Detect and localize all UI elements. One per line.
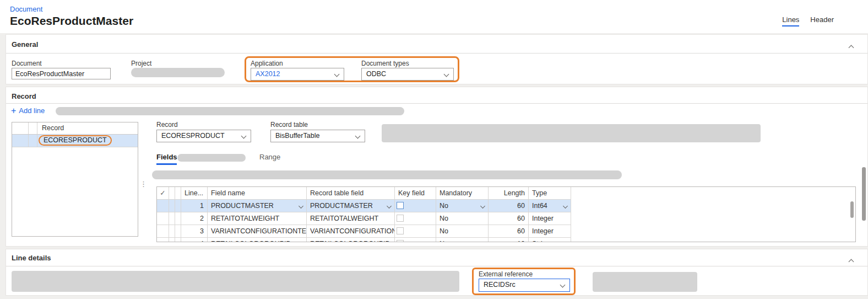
record-grid-cell [29, 135, 37, 147]
line-number-cell: 4 [181, 238, 208, 242]
record-dropdown[interactable]: ECORESPRODUCT [156, 130, 251, 142]
select-all-checkmark-icon[interactable]: ✓ [157, 187, 169, 199]
tab-placeholder [177, 154, 246, 162]
document-field-input[interactable] [12, 68, 111, 79]
page-scrollbar-thumb[interactable] [862, 167, 866, 221]
row-cell [175, 225, 181, 237]
row-select-cell[interactable] [157, 238, 169, 242]
field-name-cell[interactable]: RETAITOTALWEIGHT [208, 212, 307, 225]
document-types-dropdown[interactable]: ODBC [361, 68, 454, 81]
mandatory-cell[interactable]: No [436, 238, 489, 242]
column-header-length[interactable]: Length [489, 187, 529, 199]
fields-grid-header-cell [169, 187, 175, 199]
record-row-value: ECORESPRODUCT [44, 136, 107, 144]
table-row[interactable]: 3 VARIANTCONFIGURATIONTE... VARIANTCONFI… [157, 225, 571, 238]
row-select-cell[interactable] [157, 225, 169, 237]
column-header-key-field[interactable]: Key field [395, 187, 436, 199]
chevron-down-icon [299, 204, 303, 209]
record-value: ECORESPRODUCT [161, 132, 225, 140]
record-table-field-cell[interactable]: PRODUCTMASTER [307, 200, 395, 212]
splitter-handle-icon[interactable]: ⋮ [140, 180, 147, 188]
row-cell [169, 238, 175, 242]
column-header-line[interactable]: Line... [181, 187, 208, 199]
mandatory-cell[interactable]: No [436, 225, 489, 237]
column-header-mandatory[interactable]: Mandatory [436, 187, 489, 199]
application-field-label: Application [251, 60, 283, 67]
field-name-cell[interactable]: RETAILCOLORGROUPID [208, 238, 307, 242]
type-cell[interactable]: Integer [529, 212, 571, 225]
column-header-field-name[interactable]: Field name [208, 187, 307, 199]
record-grid-cell [12, 135, 29, 147]
record-table-dropdown[interactable]: BisBufferTable [270, 130, 365, 142]
row-cell [169, 212, 175, 225]
record-grid-row-selected[interactable]: ECORESPRODUCT [12, 135, 138, 147]
plus-icon: + [11, 107, 16, 115]
mandatory-cell[interactable]: No [436, 200, 489, 212]
toolbar-placeholder [56, 107, 404, 115]
external-reference-dropdown[interactable]: RECIDSrc [479, 279, 570, 292]
page-header: Document EcoResProductMaster Lines Heade… [0, 0, 868, 33]
fields-grid-header-cell [175, 187, 181, 199]
add-line-button[interactable]: + Add line [11, 106, 45, 115]
tab-range[interactable]: Range [259, 153, 280, 161]
tab-fields-underline [156, 163, 177, 165]
row-cell [169, 200, 175, 212]
fields-grid-header: ✓ Line... Field name Record table field … [157, 187, 571, 200]
project-field-label: Project [131, 60, 151, 67]
type-cell[interactable]: Int64 [529, 200, 571, 212]
type-cell[interactable]: String [529, 238, 571, 242]
fields-grid-scrollbar-thumb[interactable] [850, 201, 854, 218]
tab-fields[interactable]: Fields [156, 153, 177, 161]
record-table-field-cell[interactable]: RETAITOTALWEIGHT [307, 212, 395, 225]
tab-header[interactable]: Header [810, 15, 834, 26]
mandatory-cell[interactable]: No [436, 212, 489, 225]
length-cell[interactable]: 60 [489, 225, 529, 237]
table-row[interactable]: 1 PRODUCTMASTER PRODUCTMASTER No 60 Int6… [157, 200, 571, 212]
application-dropdown[interactable]: AX2012 [251, 68, 344, 81]
record-list-grid: Record ECORESPRODUCT [12, 122, 138, 237]
record-table-field-cell[interactable]: RETAILCOLORGROUPID [307, 238, 395, 242]
key-field-checkbox[interactable] [397, 227, 404, 234]
key-field-checkbox[interactable] [397, 240, 404, 242]
collapse-general-icon[interactable] [849, 42, 853, 52]
row-select-cell[interactable] [157, 212, 169, 225]
line-number-cell: 1 [181, 200, 208, 212]
key-field-checkbox[interactable] [397, 215, 404, 222]
key-field-cell [395, 238, 436, 242]
length-cell[interactable]: 10 [489, 238, 529, 242]
length-cell[interactable]: 60 [489, 200, 529, 212]
record-section-title: Record [12, 92, 36, 100]
column-header-type[interactable]: Type [529, 187, 571, 199]
length-cell[interactable]: 60 [489, 212, 529, 225]
row-select-cell[interactable] [157, 200, 169, 212]
table-row[interactable]: 2 RETAITOTALWEIGHT RETAITOTALWEIGHT No 6… [157, 212, 571, 225]
type-cell[interactable]: Integer [529, 225, 571, 237]
document-types-value: ODBC [366, 70, 386, 78]
field-name-cell[interactable]: PRODUCTMASTER [208, 200, 307, 212]
record-column-header: Record [37, 122, 138, 134]
row-cell [175, 200, 181, 212]
record-grid-header-cell [12, 122, 29, 134]
line-details-section-title: Line details [12, 254, 51, 262]
record-table-field-label: Record table [270, 121, 308, 129]
key-field-cell [395, 200, 436, 212]
chevron-down-icon [480, 204, 485, 209]
annotation-highlight-application: Application AX2012 Document types ODBC [245, 56, 459, 82]
tab-lines[interactable]: Lines [782, 15, 799, 26]
breadcrumb[interactable]: Document [10, 5, 42, 13]
record-table-value: BisBufferTable [275, 132, 319, 140]
key-field-checkbox[interactable] [397, 202, 404, 209]
record-row-placeholder [382, 124, 761, 142]
document-types-field-label: Document types [361, 60, 409, 67]
fields-grid: ✓ Line... Field name Record table field … [156, 186, 856, 242]
row-cell [175, 212, 181, 225]
application-value: AX2012 [256, 70, 280, 78]
field-name-cell[interactable]: VARIANTCONFIGURATIONTE... [208, 225, 307, 237]
chevron-down-icon [241, 134, 247, 139]
collapse-line-details-icon[interactable] [849, 256, 853, 266]
row-cell [175, 238, 181, 242]
record-table-field-cell[interactable]: VARIANTCONFIGURATIONT... [307, 225, 395, 237]
chevron-down-icon [444, 72, 449, 77]
column-header-record-table-field[interactable]: Record table field [307, 187, 395, 199]
table-row[interactable]: 4 RETAILCOLORGROUPID RETAILCOLORGROUPID … [157, 238, 571, 242]
